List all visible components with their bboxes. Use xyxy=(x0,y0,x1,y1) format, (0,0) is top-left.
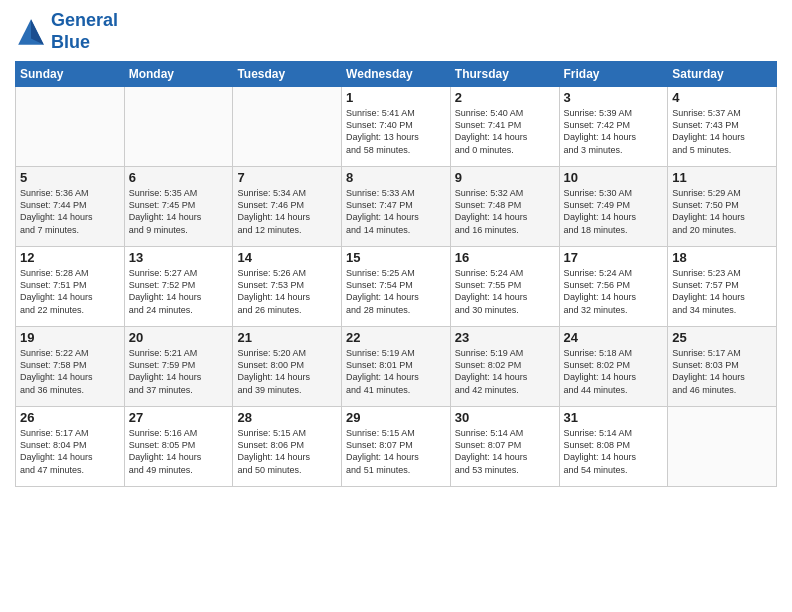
day-info: Sunrise: 5:17 AM Sunset: 8:04 PM Dayligh… xyxy=(20,427,120,476)
logo: General Blue xyxy=(15,10,118,53)
day-number: 30 xyxy=(455,410,555,425)
day-info: Sunrise: 5:23 AM Sunset: 7:57 PM Dayligh… xyxy=(672,267,772,316)
day-number: 15 xyxy=(346,250,446,265)
day-info: Sunrise: 5:14 AM Sunset: 8:07 PM Dayligh… xyxy=(455,427,555,476)
day-number: 11 xyxy=(672,170,772,185)
day-info: Sunrise: 5:19 AM Sunset: 8:01 PM Dayligh… xyxy=(346,347,446,396)
day-info: Sunrise: 5:21 AM Sunset: 7:59 PM Dayligh… xyxy=(129,347,229,396)
calendar-cell xyxy=(668,407,777,487)
day-number: 23 xyxy=(455,330,555,345)
day-number: 27 xyxy=(129,410,229,425)
logo-icon xyxy=(15,16,47,48)
calendar-cell: 21Sunrise: 5:20 AM Sunset: 8:00 PM Dayli… xyxy=(233,327,342,407)
day-info: Sunrise: 5:36 AM Sunset: 7:44 PM Dayligh… xyxy=(20,187,120,236)
day-number: 22 xyxy=(346,330,446,345)
calendar-body: 1Sunrise: 5:41 AM Sunset: 7:40 PM Daylig… xyxy=(16,87,777,487)
day-number: 5 xyxy=(20,170,120,185)
weekday-header: Thursday xyxy=(450,62,559,87)
day-number: 26 xyxy=(20,410,120,425)
calendar-cell xyxy=(16,87,125,167)
day-info: Sunrise: 5:30 AM Sunset: 7:49 PM Dayligh… xyxy=(564,187,664,236)
calendar-week-row: 1Sunrise: 5:41 AM Sunset: 7:40 PM Daylig… xyxy=(16,87,777,167)
weekday-header: Monday xyxy=(124,62,233,87)
day-info: Sunrise: 5:27 AM Sunset: 7:52 PM Dayligh… xyxy=(129,267,229,316)
day-info: Sunrise: 5:24 AM Sunset: 7:55 PM Dayligh… xyxy=(455,267,555,316)
day-number: 25 xyxy=(672,330,772,345)
weekday-header: Friday xyxy=(559,62,668,87)
day-number: 4 xyxy=(672,90,772,105)
day-number: 8 xyxy=(346,170,446,185)
calendar-cell: 18Sunrise: 5:23 AM Sunset: 7:57 PM Dayli… xyxy=(668,247,777,327)
calendar-cell: 16Sunrise: 5:24 AM Sunset: 7:55 PM Dayli… xyxy=(450,247,559,327)
calendar-cell: 15Sunrise: 5:25 AM Sunset: 7:54 PM Dayli… xyxy=(342,247,451,327)
day-number: 1 xyxy=(346,90,446,105)
calendar-header-row: SundayMondayTuesdayWednesdayThursdayFrid… xyxy=(16,62,777,87)
calendar-cell: 6Sunrise: 5:35 AM Sunset: 7:45 PM Daylig… xyxy=(124,167,233,247)
page-container: General Blue SundayMondayTuesdayWednesda… xyxy=(0,0,792,497)
calendar-week-row: 19Sunrise: 5:22 AM Sunset: 7:58 PM Dayli… xyxy=(16,327,777,407)
day-number: 14 xyxy=(237,250,337,265)
day-number: 18 xyxy=(672,250,772,265)
day-info: Sunrise: 5:34 AM Sunset: 7:46 PM Dayligh… xyxy=(237,187,337,236)
day-info: Sunrise: 5:35 AM Sunset: 7:45 PM Dayligh… xyxy=(129,187,229,236)
day-info: Sunrise: 5:28 AM Sunset: 7:51 PM Dayligh… xyxy=(20,267,120,316)
day-info: Sunrise: 5:25 AM Sunset: 7:54 PM Dayligh… xyxy=(346,267,446,316)
calendar-cell: 4Sunrise: 5:37 AM Sunset: 7:43 PM Daylig… xyxy=(668,87,777,167)
calendar-cell: 22Sunrise: 5:19 AM Sunset: 8:01 PM Dayli… xyxy=(342,327,451,407)
calendar-cell: 30Sunrise: 5:14 AM Sunset: 8:07 PM Dayli… xyxy=(450,407,559,487)
calendar-cell xyxy=(233,87,342,167)
day-number: 28 xyxy=(237,410,337,425)
day-info: Sunrise: 5:29 AM Sunset: 7:50 PM Dayligh… xyxy=(672,187,772,236)
calendar-cell: 20Sunrise: 5:21 AM Sunset: 7:59 PM Dayli… xyxy=(124,327,233,407)
calendar-week-row: 5Sunrise: 5:36 AM Sunset: 7:44 PM Daylig… xyxy=(16,167,777,247)
weekday-header: Tuesday xyxy=(233,62,342,87)
calendar-cell: 17Sunrise: 5:24 AM Sunset: 7:56 PM Dayli… xyxy=(559,247,668,327)
day-number: 12 xyxy=(20,250,120,265)
calendar-cell: 24Sunrise: 5:18 AM Sunset: 8:02 PM Dayli… xyxy=(559,327,668,407)
day-info: Sunrise: 5:16 AM Sunset: 8:05 PM Dayligh… xyxy=(129,427,229,476)
day-info: Sunrise: 5:19 AM Sunset: 8:02 PM Dayligh… xyxy=(455,347,555,396)
weekday-header: Sunday xyxy=(16,62,125,87)
day-info: Sunrise: 5:18 AM Sunset: 8:02 PM Dayligh… xyxy=(564,347,664,396)
calendar-cell: 11Sunrise: 5:29 AM Sunset: 7:50 PM Dayli… xyxy=(668,167,777,247)
day-info: Sunrise: 5:32 AM Sunset: 7:48 PM Dayligh… xyxy=(455,187,555,236)
day-info: Sunrise: 5:33 AM Sunset: 7:47 PM Dayligh… xyxy=(346,187,446,236)
weekday-header: Saturday xyxy=(668,62,777,87)
day-info: Sunrise: 5:15 AM Sunset: 8:07 PM Dayligh… xyxy=(346,427,446,476)
day-info: Sunrise: 5:17 AM Sunset: 8:03 PM Dayligh… xyxy=(672,347,772,396)
calendar-cell: 26Sunrise: 5:17 AM Sunset: 8:04 PM Dayli… xyxy=(16,407,125,487)
calendar-cell: 25Sunrise: 5:17 AM Sunset: 8:03 PM Dayli… xyxy=(668,327,777,407)
calendar-cell: 7Sunrise: 5:34 AM Sunset: 7:46 PM Daylig… xyxy=(233,167,342,247)
day-info: Sunrise: 5:37 AM Sunset: 7:43 PM Dayligh… xyxy=(672,107,772,156)
calendar-cell: 27Sunrise: 5:16 AM Sunset: 8:05 PM Dayli… xyxy=(124,407,233,487)
calendar-week-row: 12Sunrise: 5:28 AM Sunset: 7:51 PM Dayli… xyxy=(16,247,777,327)
day-info: Sunrise: 5:26 AM Sunset: 7:53 PM Dayligh… xyxy=(237,267,337,316)
header: General Blue xyxy=(15,10,777,53)
calendar-cell: 10Sunrise: 5:30 AM Sunset: 7:49 PM Dayli… xyxy=(559,167,668,247)
calendar-table: SundayMondayTuesdayWednesdayThursdayFrid… xyxy=(15,61,777,487)
calendar-cell: 19Sunrise: 5:22 AM Sunset: 7:58 PM Dayli… xyxy=(16,327,125,407)
day-number: 17 xyxy=(564,250,664,265)
calendar-cell: 31Sunrise: 5:14 AM Sunset: 8:08 PM Dayli… xyxy=(559,407,668,487)
day-number: 29 xyxy=(346,410,446,425)
calendar-cell: 14Sunrise: 5:26 AM Sunset: 7:53 PM Dayli… xyxy=(233,247,342,327)
calendar-cell xyxy=(124,87,233,167)
calendar-cell: 8Sunrise: 5:33 AM Sunset: 7:47 PM Daylig… xyxy=(342,167,451,247)
day-number: 9 xyxy=(455,170,555,185)
day-number: 16 xyxy=(455,250,555,265)
day-number: 19 xyxy=(20,330,120,345)
calendar-cell: 23Sunrise: 5:19 AM Sunset: 8:02 PM Dayli… xyxy=(450,327,559,407)
weekday-header: Wednesday xyxy=(342,62,451,87)
day-info: Sunrise: 5:22 AM Sunset: 7:58 PM Dayligh… xyxy=(20,347,120,396)
day-info: Sunrise: 5:39 AM Sunset: 7:42 PM Dayligh… xyxy=(564,107,664,156)
calendar-cell: 9Sunrise: 5:32 AM Sunset: 7:48 PM Daylig… xyxy=(450,167,559,247)
calendar-cell: 29Sunrise: 5:15 AM Sunset: 8:07 PM Dayli… xyxy=(342,407,451,487)
day-number: 31 xyxy=(564,410,664,425)
day-number: 2 xyxy=(455,90,555,105)
day-info: Sunrise: 5:41 AM Sunset: 7:40 PM Dayligh… xyxy=(346,107,446,156)
calendar-cell: 1Sunrise: 5:41 AM Sunset: 7:40 PM Daylig… xyxy=(342,87,451,167)
day-info: Sunrise: 5:15 AM Sunset: 8:06 PM Dayligh… xyxy=(237,427,337,476)
day-number: 13 xyxy=(129,250,229,265)
calendar-cell: 13Sunrise: 5:27 AM Sunset: 7:52 PM Dayli… xyxy=(124,247,233,327)
day-info: Sunrise: 5:24 AM Sunset: 7:56 PM Dayligh… xyxy=(564,267,664,316)
